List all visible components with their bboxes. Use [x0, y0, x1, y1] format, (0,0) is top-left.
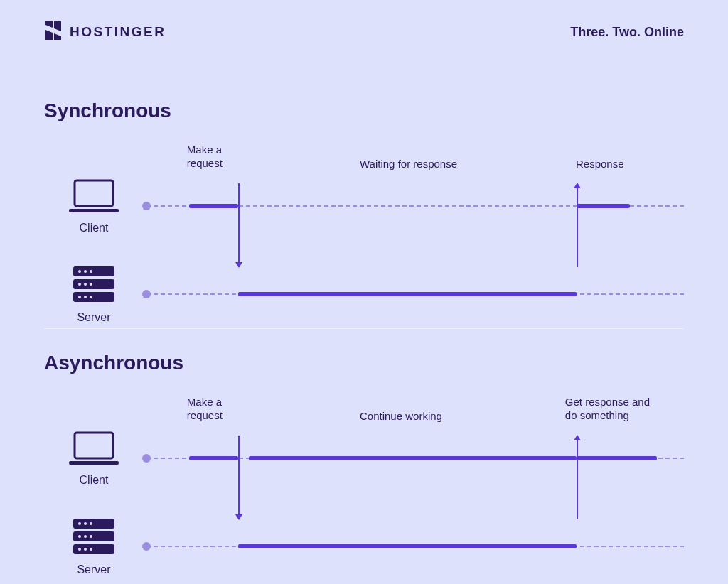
header: HOSTINGER Three. Two. Online	[0, 0, 728, 44]
svg-rect-0	[75, 180, 113, 206]
label-continue-async: Continue working	[360, 410, 442, 423]
section-title-sync: Synchronous	[44, 99, 684, 122]
lane-server-async: Server	[44, 517, 684, 576]
svg-point-12	[84, 296, 87, 298]
arrow-response-async	[577, 436, 578, 519]
server-icon	[69, 264, 119, 307]
svg-point-11	[78, 296, 81, 298]
server-icon	[69, 517, 119, 559]
label-waiting-sync: Waiting for response	[360, 158, 457, 171]
svg-rect-1	[69, 209, 119, 212]
svg-point-13	[90, 296, 92, 298]
svg-point-27	[90, 548, 92, 551]
lanes-async: Make a request Continue working Get resp…	[44, 396, 684, 566]
arrow-request-sync	[238, 183, 240, 267]
tagline: Three. Two. Online	[570, 25, 684, 40]
laptop-icon	[66, 430, 122, 470]
lane-label-client-async: Client	[80, 474, 109, 487]
svg-point-23	[84, 535, 87, 538]
timeline-labels-sync: Make a request Waiting for response Resp…	[144, 144, 684, 175]
svg-point-20	[84, 522, 87, 525]
lane-label-server-sync: Server	[77, 311, 110, 324]
arrow-response-sync	[577, 183, 578, 267]
svg-point-9	[84, 283, 87, 286]
svg-point-19	[78, 522, 81, 525]
timeline-client-async	[146, 454, 684, 463]
lane-label-client-sync: Client	[80, 222, 109, 234]
laptop-icon	[66, 178, 122, 217]
svg-rect-14	[75, 433, 113, 458]
svg-rect-15	[69, 461, 119, 465]
arrow-request-async	[238, 436, 240, 519]
svg-point-6	[84, 270, 87, 273]
label-response-sync: Response	[576, 158, 624, 171]
lane-client-sync: Client	[44, 178, 684, 234]
brand-name: HOSTINGER	[70, 24, 166, 40]
svg-point-22	[78, 535, 81, 538]
svg-point-26	[84, 548, 87, 551]
svg-point-7	[90, 270, 92, 273]
hostinger-logo-icon	[44, 20, 63, 44]
label-make-request-sync: Make a request	[187, 144, 223, 171]
svg-point-21	[90, 522, 92, 525]
lane-server-sync: Server	[44, 264, 684, 324]
lanes-sync: Make a request Waiting for response Resp…	[44, 144, 684, 314]
svg-point-5	[78, 270, 81, 273]
timeline-client-sync	[146, 202, 684, 210]
svg-point-8	[78, 283, 81, 286]
timeline-server-async	[146, 542, 684, 551]
section-asynchronous: Asynchronous Make a request Continue wor…	[44, 352, 684, 566]
lane-client-async: Client	[44, 430, 684, 487]
svg-point-10	[90, 283, 92, 286]
svg-point-25	[78, 548, 81, 551]
section-synchronous: Synchronous Make a request Waiting for r…	[44, 99, 684, 314]
timeline-server-sync	[146, 290, 684, 298]
section-title-async: Asynchronous	[44, 352, 684, 374]
timeline-labels-async: Make a request Continue working Get resp…	[144, 396, 684, 427]
section-divider	[44, 328, 684, 329]
lane-label-server-async: Server	[77, 563, 110, 576]
label-get-response-async: Get response and do something	[565, 396, 650, 423]
svg-point-24	[90, 535, 92, 538]
brand: HOSTINGER	[44, 20, 166, 44]
label-make-request-async: Make a request	[187, 396, 223, 423]
